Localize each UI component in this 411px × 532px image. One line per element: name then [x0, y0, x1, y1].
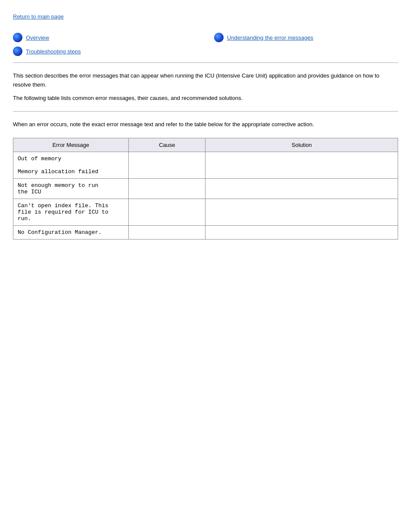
blue-ball-icon-1 [13, 33, 22, 42]
table-header-cause: Cause [128, 138, 206, 152]
table-row: Can't open index file. This file is requ… [13, 199, 398, 226]
nav-links-section: Overview Understanding the error message… [13, 33, 398, 56]
top-link-container: Return to main page [13, 13, 398, 20]
blue-ball-icon-3 [13, 47, 22, 56]
table-cell-solution-2 [206, 199, 398, 226]
content-para-3: When an error occurs, note the exact err… [13, 120, 398, 129]
table-header-row: Error Message Cause Solution [13, 138, 398, 152]
table-header-message: Error Message [13, 138, 129, 152]
blue-ball-icon-2 [214, 33, 224, 42]
table-header-solution: Solution [206, 138, 398, 152]
table-cell-solution-3 [206, 226, 398, 240]
table-row: No Configuration Manager. [13, 226, 398, 240]
separator-2 [13, 111, 398, 112]
nav-link-2[interactable]: Understanding the error messages [227, 34, 313, 41]
nav-link-3[interactable]: Troubleshooting steps [26, 48, 81, 55]
return-link[interactable]: Return to main page [13, 13, 64, 20]
content-para-2: The following table lists common error m… [13, 94, 398, 103]
nav-link-item-2: Understanding the error messages [214, 33, 398, 42]
table-cell-solution-0 [206, 152, 398, 179]
table-row: Not enough memory to run the ICU [13, 179, 398, 199]
table-cell-solution-1 [206, 179, 398, 199]
table-cell-message-2: Can't open index file. This file is requ… [13, 199, 129, 226]
content-section-1: This section describes the error message… [13, 72, 398, 103]
table-cell-cause-1 [128, 179, 206, 199]
nav-links-grid: Overview Understanding the error message… [13, 33, 398, 42]
table-cell-cause-3 [128, 226, 206, 240]
table-cell-cause-2 [128, 199, 206, 226]
table-cell-message-3: No Configuration Manager. [13, 226, 129, 240]
content-para-1: This section describes the error message… [13, 72, 398, 90]
table-cell-message-1: Not enough memory to run the ICU [13, 179, 129, 199]
nav-link-item-1: Overview [13, 33, 197, 42]
error-table: Error Message Cause Solution Out of memo… [13, 138, 398, 240]
nav-link-item-3: Troubleshooting steps [13, 47, 398, 56]
separator-1 [13, 62, 398, 63]
table-cell-message-0: Out of memory Memory allocation failed [13, 152, 129, 179]
table-cell-cause-0 [128, 152, 206, 179]
nav-link-1[interactable]: Overview [26, 34, 49, 41]
table-row: Out of memory Memory allocation failed [13, 152, 398, 179]
content-section-2: When an error occurs, note the exact err… [13, 120, 398, 129]
